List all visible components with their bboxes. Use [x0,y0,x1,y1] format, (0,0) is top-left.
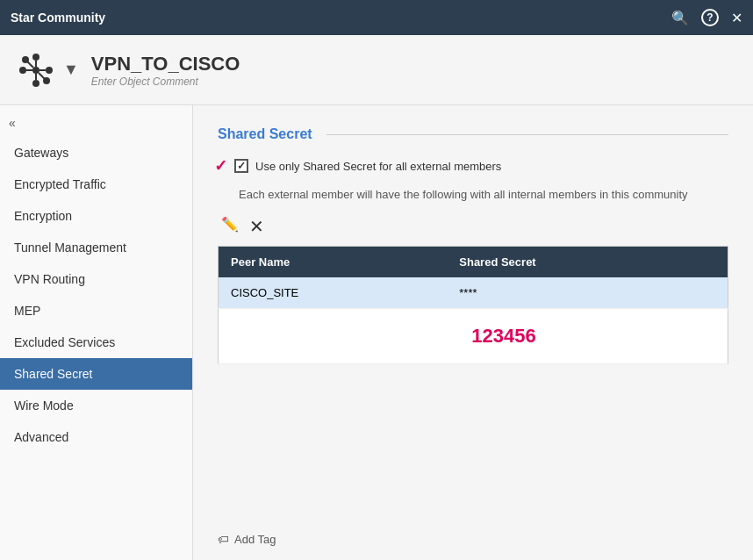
main-layout: « Gateways Encrypted Traffic Encryption … [0,105,753,560]
add-tag-button[interactable]: 🏷 Add Tag [218,533,276,546]
col-shared-secret: Shared Secret [447,246,728,277]
logo-area: ▼ [14,48,79,92]
table-row[interactable]: CISCO_SITE **** [219,277,728,309]
close-icon[interactable]: ✕ [731,10,742,26]
shared-secret-table: Peer Name Shared Secret CISCO_SITE **** … [218,246,728,364]
edit-icon[interactable]: ✏️ [221,216,239,237]
use-shared-secret-checkbox[interactable]: ✓ [234,159,248,173]
delete-icon[interactable]: ✕ [249,216,264,237]
search-icon[interactable]: 🔍 [671,10,689,26]
svg-line-11 [27,61,33,68]
title-bar: Star Community 🔍 ? ✕ [0,0,753,35]
title-bar-title: Star Community [11,11,105,25]
peer-name-cell: CISCO_SITE [219,277,448,309]
description-text: Each external member will have the follo… [239,186,728,204]
sidebar-item-encrypted-traffic[interactable]: Encrypted Traffic [0,169,192,200]
svg-point-4 [46,67,53,74]
sidebar-item-vpn-routing[interactable]: VPN Routing [0,263,192,295]
sidebar-item-wire-mode[interactable]: Wire Mode [0,390,192,421]
tag-icon: 🏷 [218,533,229,546]
shared-secret-cell: **** [447,277,728,309]
sidebar-item-tunnel-management[interactable]: Tunnel Management [0,232,192,263]
table-header-row: Peer Name Shared Secret [219,246,728,277]
svg-point-1 [32,54,39,61]
sidebar-collapse-button[interactable]: « [0,112,192,137]
sidebar: « Gateways Encrypted Traffic Encryption … [0,105,193,560]
svg-point-3 [19,67,26,74]
sidebar-item-advanced[interactable]: Advanced [0,421,192,453]
checkbox-row: ✓ ✓ Use only Shared Secret for all exter… [218,156,728,176]
checkbox-label: Use only Shared Secret for all external … [255,160,501,173]
title-bar-left: Star Community [11,11,105,25]
object-comment[interactable]: Enter Object Comment [91,75,240,88]
svg-point-2 [32,80,39,87]
toolbar: ✏️ ✕ [221,216,728,237]
title-bar-icons: 🔍 ? ✕ [671,9,742,26]
check-mark-icon: ✓ [214,156,227,176]
sidebar-item-excluded-services[interactable]: Excluded Services [0,327,192,358]
sidebar-item-encryption[interactable]: Encryption [0,200,192,232]
col-peer-name: Peer Name [219,246,448,277]
empty-peer-cell [219,308,448,363]
section-title: Shared Secret [218,126,728,142]
sidebar-item-mep[interactable]: MEP [0,295,192,327]
header: ▼ VPN_TO_CISCO Enter Object Comment [0,35,753,105]
sidebar-item-shared-secret[interactable]: Shared Secret [0,358,192,390]
svg-line-12 [39,73,45,79]
help-icon[interactable]: ? [701,9,719,26]
header-text: VPN_TO_CISCO Enter Object Comment [91,53,240,88]
revealed-secret-cell: 123456 [447,308,728,363]
sidebar-item-gateways[interactable]: Gateways [0,137,192,169]
object-dropdown[interactable]: ▼ [63,61,79,79]
object-icon [14,48,58,92]
content-area: Shared Secret ✓ ✓ Use only Shared Secret… [193,105,753,560]
svg-point-0 [32,67,39,74]
add-tag-label: Add Tag [234,533,276,546]
table-row-revealed: 123456 [219,308,728,363]
object-name: VPN_TO_CISCO [91,53,240,75]
